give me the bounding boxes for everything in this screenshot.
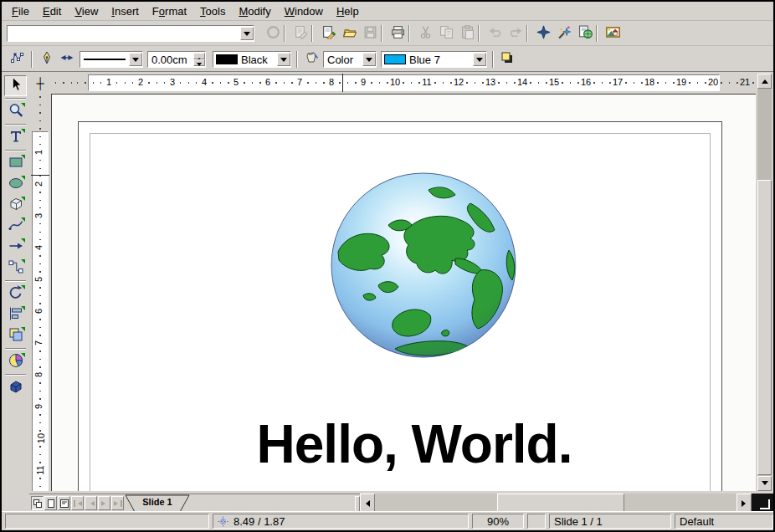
- zoom-button[interactable]: [554, 23, 574, 43]
- shadow-button[interactable]: [497, 49, 517, 69]
- undo-button: [485, 23, 505, 43]
- menu-tools[interactable]: Tools: [193, 3, 232, 19]
- horizontal-ruler[interactable]: 123456789101112131415161718192021: [50, 74, 756, 92]
- hruler-number: 16: [579, 77, 593, 88]
- line-width-value[interactable]: 0.00cm: [148, 54, 193, 66]
- last-slide-icon: [114, 500, 122, 507]
- toolbar-separator: [5, 348, 26, 350]
- arrow-style-button[interactable]: [57, 49, 77, 69]
- vertical-scrollbar-thumb[interactable]: [757, 180, 772, 475]
- tool-ellipse-button[interactable]: [4, 174, 27, 195]
- scroll-right-button[interactable]: [737, 494, 752, 513]
- fill-style-select[interactable]: Color: [323, 51, 377, 68]
- status-slide-panel[interactable]: Slide 1 / 1: [549, 514, 671, 529]
- menu-edit[interactable]: Edit: [36, 3, 68, 19]
- print-button[interactable]: [388, 23, 408, 43]
- toolbar-separator: [5, 374, 26, 376]
- menu-window[interactable]: Window: [278, 3, 330, 19]
- tool-connector-button[interactable]: [4, 258, 27, 279]
- line-dialog-button[interactable]: [37, 49, 57, 69]
- hruler-number: 1: [105, 77, 113, 88]
- menu-file[interactable]: File: [5, 3, 36, 19]
- fill-color-dropdown-button[interactable]: [473, 53, 486, 66]
- print-icon: [391, 25, 405, 42]
- tool-rectangle-button[interactable]: [4, 153, 27, 174]
- previous-slide-icon: [88, 501, 95, 506]
- navigator-button[interactable]: [533, 23, 553, 43]
- status-modified-panel: [527, 514, 546, 529]
- scroll-left-button[interactable]: [360, 494, 375, 513]
- scroll-down-button[interactable]: [757, 476, 772, 491]
- menu-format[interactable]: Format: [146, 3, 193, 19]
- tool-3d-objects-button[interactable]: [4, 195, 27, 216]
- long-click-flag-icon: [21, 176, 25, 180]
- tool-rotate-button[interactable]: [4, 284, 27, 304]
- line-width-down-button[interactable]: [193, 59, 205, 66]
- open-button[interactable]: [339, 23, 359, 43]
- fill-style-dropdown-button[interactable]: [362, 53, 376, 66]
- hruler-number: 2: [136, 77, 145, 88]
- edit-file-button: [290, 23, 311, 43]
- tool-text-button[interactable]: [4, 127, 27, 148]
- window-resize-corner[interactable]: [752, 494, 773, 513]
- status-zoom-panel[interactable]: 90%: [472, 514, 524, 529]
- slide-view-button[interactable]: [31, 496, 44, 510]
- master-view-button[interactable]: [44, 496, 57, 510]
- vruler-number: 8: [33, 371, 44, 379]
- slide-indicator-value: Slide 1 / 1: [554, 515, 603, 528]
- edit-points-button[interactable]: [7, 49, 27, 69]
- url-input[interactable]: [8, 26, 240, 41]
- vertical-scrollbar[interactable]: [757, 74, 772, 491]
- new-button[interactable]: [318, 23, 338, 43]
- tool-curve-button[interactable]: [4, 216, 27, 237]
- arrow-ends-icon: [60, 51, 74, 67]
- drawing-canvas[interactable]: Hello, World.: [51, 94, 756, 491]
- layer-view-button[interactable]: [58, 496, 70, 510]
- menu-insert[interactable]: Insert: [105, 3, 146, 19]
- line-width-field[interactable]: 0.00cm: [147, 51, 206, 68]
- vruler-number: 4: [33, 243, 44, 252]
- toolbar-separator: [596, 25, 598, 42]
- line-color-dropdown-button[interactable]: [277, 53, 290, 66]
- globe-image[interactable]: [330, 171, 517, 359]
- scroll-up-button[interactable]: [757, 74, 772, 89]
- long-click-flag-icon: [21, 353, 25, 357]
- line-width-up-button[interactable]: [193, 53, 205, 59]
- tool-insert-button[interactable]: [4, 351, 27, 372]
- vertical-ruler[interactable]: 123456789101112: [31, 94, 49, 491]
- zoom-level-value: 90%: [487, 515, 509, 528]
- object-toolbar: 0.00cm Black Color Blue 7: [2, 47, 773, 72]
- area-dialog-button[interactable]: [301, 49, 321, 69]
- menu-help[interactable]: Help: [330, 3, 366, 19]
- tool-select-button[interactable]: [4, 75, 27, 96]
- tool-zoom-button[interactable]: [4, 101, 27, 122]
- menu-modify[interactable]: Modify: [232, 3, 277, 19]
- line-color-select[interactable]: Black: [213, 51, 291, 68]
- horizontal-scrollbar[interactable]: [360, 494, 752, 513]
- tab-slide-1[interactable]: Slide 1: [125, 494, 190, 513]
- slide-title-text[interactable]: Hello, World.: [205, 417, 624, 471]
- line-style-select[interactable]: [80, 51, 143, 68]
- tool-alignment-button[interactable]: [4, 304, 27, 325]
- tool-lines-arrows-button[interactable]: [4, 237, 27, 258]
- horizontal-scrollbar-thumb[interactable]: [497, 494, 624, 513]
- stop-button: [263, 23, 283, 43]
- vertical-cursor-indicator: [31, 175, 49, 176]
- hruler-number: 10: [388, 77, 402, 88]
- app-window: { "app": { "name": "OpenOffice Draw", "d…: [0, 0, 775, 532]
- hruler-number: 13: [484, 77, 497, 88]
- status-page-style-panel[interactable]: Default: [675, 514, 773, 529]
- ruler-origin-button[interactable]: ┼: [31, 74, 49, 92]
- hyperlink-button[interactable]: [575, 23, 595, 43]
- line-style-dropdown-button[interactable]: [129, 53, 142, 66]
- url-combo-dropdown-button[interactable]: [240, 27, 254, 40]
- url-combo[interactable]: [7, 25, 254, 42]
- redo-icon: [509, 25, 523, 42]
- fill-color-select[interactable]: Blue 7: [381, 51, 487, 68]
- gallery-button[interactable]: [603, 23, 623, 43]
- menu-view[interactable]: View: [68, 3, 105, 19]
- status-position-panel[interactable]: 8.49 / 1.87: [213, 514, 469, 529]
- tool-arrange-button[interactable]: [4, 325, 27, 346]
- hruler-number: 11: [420, 77, 433, 88]
- tool-effects-button[interactable]: [4, 377, 27, 398]
